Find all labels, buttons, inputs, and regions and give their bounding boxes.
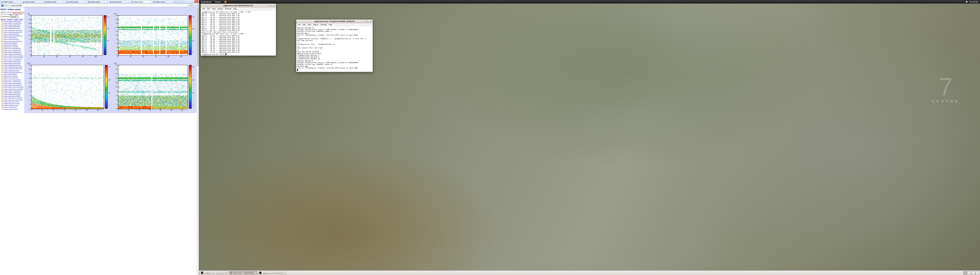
- minimize-icon[interactable]: —: [267, 5, 269, 6]
- tree-item[interactable]: highEnergyHitPattern: [0, 108, 24, 110]
- tree-item[interactable]: lowEnergyExXRateDSSD3: [0, 82, 24, 84]
- tab-close-icon[interactable]: ✕: [41, 1, 43, 3]
- clock[interactable]: Tue 06:48: [969, 1, 978, 3]
- monitoring-checkbox[interactable]: [0, 16, 2, 17]
- scrollbar-thumb[interactable]: [197, 8, 199, 66]
- tree-item[interactable]: lowEnergyEyRateDSSD2: [0, 62, 24, 64]
- terminal-output[interactable]: [npg@carme-gsi G22-201]$ nice -9 gzip -v…: [201, 10, 276, 55]
- tree-item[interactable]: highEnergyExEyDSSDPair3: [0, 71, 24, 73]
- terminal-output[interactable]: Opening dataspy 0dataSpy Shared buffer a…: [296, 26, 372, 71]
- minimize-icon[interactable]: —: [363, 21, 366, 22]
- action-reload[interactable]: reload: [14, 18, 18, 20]
- tree-item[interactable]: highEnergyExEyDSSDPair1: [0, 35, 24, 37]
- browser-tab[interactable]: Online server✕: [65, 0, 87, 3]
- tree-item[interactable]: lowEnergyExXTotalDSSD1: [0, 22, 24, 24]
- action-clear[interactable]: clear: [19, 18, 23, 20]
- volume-icon[interactable]: [966, 1, 967, 3]
- panel-menu-applications[interactable]: Applications: [201, 1, 211, 3]
- panel-menu-places[interactable]: Places: [215, 1, 221, 3]
- menu-search[interactable]: Search: [313, 24, 318, 25]
- tree-item[interactable]: lowEnergyXYRateDSSD3: [0, 79, 24, 81]
- tree-item[interactable]: lowEnergyExEyDSSD3: [0, 70, 24, 71]
- histogram-pad-3[interactable]: [31, 65, 104, 109]
- tree-item[interactable]: lowEnergyEyTotalDSSD2: [0, 61, 24, 62]
- page-scrollbar[interactable]: [197, 7, 199, 275]
- terminal-titlebar[interactable]: npg@carme-gsi:~/Programs/CARME_Sort/buil…: [296, 20, 372, 23]
- tree-item[interactable]: lowEnergyExRate1aDSSD1: [0, 30, 24, 31]
- maximize-icon[interactable]: ▢: [270, 5, 272, 6]
- workspace-tile[interactable]: [967, 271, 971, 275]
- json-link[interactable]: json: [9, 13, 12, 15]
- tree-item[interactable]: lowEnergyExYTotalDSSD3: [0, 90, 24, 92]
- bookmark-star-icon[interactable]: ☆: [186, 5, 187, 6]
- tree-item[interactable]: lowEnergyExXRate1bDSSD2: [0, 57, 24, 59]
- tree-item[interactable]: xyMultiplicityDSSD3: [0, 73, 24, 75]
- hamburger-menu-icon[interactable]: ≡: [197, 4, 198, 6]
- tree-item[interactable]: lowEnergyXYTotalDSSD2: [0, 50, 24, 51]
- taskbar-button[interactable]: Online server — Mozilla Firefox: [229, 271, 258, 275]
- tree-item[interactable]: lowEnergyExXRate1aDSSD3: [0, 86, 24, 88]
- action-open-all[interactable]: open all: [0, 18, 6, 20]
- histogram-canvas-3[interactable]: [32, 65, 103, 109]
- version-link[interactable]: ROOT 6.24.04 13/07/21: [13, 11, 24, 13]
- url-text[interactable]: localhost:8085: [11, 5, 22, 6]
- workspace-switcher[interactable]: [963, 271, 979, 275]
- tree-item[interactable]: lowEnergyExXRate1aDSSD2: [0, 55, 24, 57]
- taskbar-button[interactable]: npg@carme-gsi:~/Programs/CARME...: [200, 271, 228, 275]
- tree-item[interactable]: highEnergyXYDSSD2: [0, 46, 24, 48]
- tree-item[interactable]: lowEnergyChannelADC: [0, 101, 24, 103]
- taskbar-button[interactable]: npg@carme-gsi:/TapeData/G22-201: [258, 271, 286, 275]
- url-bar[interactable]: localhost:8085 ☆: [8, 4, 188, 7]
- menu-file[interactable]: File: [202, 8, 205, 9]
- browser-tab[interactable]: Online server✕: [109, 0, 130, 3]
- histogram-pad-1[interactable]: [31, 15, 103, 55]
- action-close-all[interactable]: close all: [7, 18, 13, 20]
- browser-tab[interactable]: Online server✕: [130, 0, 152, 3]
- menu-terminal[interactable]: Terminal: [320, 24, 327, 25]
- tab-close-icon[interactable]: ✕: [150, 1, 151, 3]
- maximize-icon[interactable]: ▢: [366, 21, 369, 22]
- tree-item[interactable]: lowEnergyExRate1bDSSD3: [0, 99, 24, 101]
- workspace-tile[interactable]: [975, 271, 979, 275]
- tree-item[interactable]: lowEnergyExEyDSSD1: [0, 33, 24, 35]
- xml-link[interactable]: xml: [15, 13, 18, 15]
- browser-tab[interactable]: Online server✕: [87, 0, 109, 3]
- menu-search[interactable]: Search: [218, 8, 223, 9]
- tree-item[interactable]: lowEnergyExXTotalDSSD3: [0, 85, 24, 86]
- tab-close-icon[interactable]: ✕: [85, 1, 86, 3]
- tree-item[interactable]: lowEnergyEyRateDSSD1: [0, 26, 24, 28]
- tree-item[interactable]: lowEnergyExYTotalDSSD2: [0, 59, 24, 61]
- tab-close-icon[interactable]: ✕: [172, 1, 173, 3]
- browser-tab[interactable]: Online server✕: [0, 0, 22, 3]
- tree-item[interactable]: deltaCorrelationScaler: [0, 105, 24, 106]
- browser-tab[interactable]: Online server✕: [44, 0, 65, 3]
- menu-help[interactable]: Help: [329, 24, 332, 25]
- tab-close-icon[interactable]: ✕: [63, 1, 65, 3]
- zoom-indicator[interactable]: 90%: [189, 4, 194, 7]
- tree-item[interactable]: lowEnergyXYDSSD3: [0, 75, 24, 77]
- tree-item[interactable]: lowEnergyExRateDSSD2: [0, 65, 24, 66]
- back-button[interactable]: ←: [1, 4, 4, 7]
- tree-item[interactable]: lowEnergyXYRateDSSD2: [0, 48, 24, 50]
- tree-item[interactable]: highEnergyChannelADC: [0, 103, 24, 104]
- tree-item[interactable]: highEnergyXYDSSD3: [0, 77, 24, 79]
- close-icon[interactable]: ✕: [369, 21, 372, 22]
- menu-file[interactable]: File: [298, 24, 301, 25]
- terminal-window-tapedata[interactable]: npg@carme-gsi:/TapeData/G22-201 — ▢ ✕ Fi…: [200, 3, 276, 56]
- tree-item[interactable]: lowEnergyXYTotalDSSD3: [0, 81, 24, 82]
- tree-item[interactable]: lowEnergyEyTotalDSSD3: [0, 92, 24, 93]
- tree-item[interactable]: xyMultiplicityDSSD2: [0, 42, 24, 44]
- close-icon[interactable]: ✕: [194, 0, 198, 3]
- tree-item[interactable]: lowEnergyExXTotalDSSD2: [0, 53, 24, 55]
- maximize-icon[interactable]: ▢: [190, 0, 194, 3]
- tab-close-icon[interactable]: ✕: [128, 1, 130, 3]
- close-icon[interactable]: ✕: [273, 5, 275, 6]
- browser-tab[interactable]: Online server✕: [22, 0, 44, 3]
- tab-close-icon[interactable]: ✕: [20, 1, 21, 3]
- tree-item[interactable]: lowEnergyXYDSSD2: [0, 44, 24, 46]
- tree-item[interactable]: highEnergyExEyDSSDPair2: [0, 41, 24, 42]
- workspace-tile[interactable]: [971, 271, 975, 275]
- overflow-chevron-icon[interactable]: »: [195, 5, 196, 6]
- workspace-tile[interactable]: [963, 271, 967, 275]
- browser-tab[interactable]: Online server✕: [152, 0, 174, 3]
